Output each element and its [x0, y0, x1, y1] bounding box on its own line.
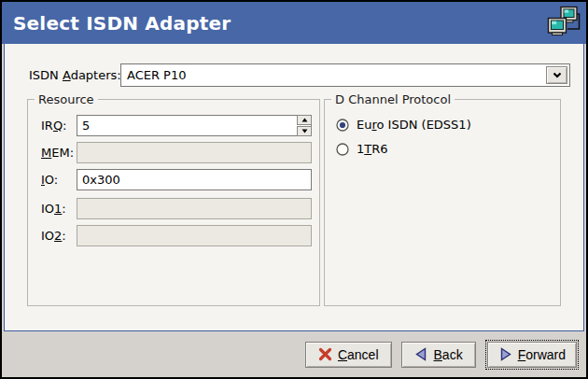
irq-label: IRQ:	[41, 115, 67, 136]
cancel-button[interactable]: Cancel	[305, 342, 392, 368]
irq-input[interactable]	[77, 115, 312, 136]
wizard-page: ISDN Adapters: ACER P10 Resource IRQ: ME…	[4, 44, 584, 331]
dialog-button-bar: Cancel Back Forward	[2, 331, 586, 377]
cancel-button-label: Cancel	[338, 347, 379, 362]
combobox-dropdown-button[interactable]	[546, 66, 567, 84]
spinner-up-button[interactable]	[297, 115, 312, 125]
d-channel-group-title: D Channel Protocol	[331, 91, 455, 107]
back-arrow-icon	[414, 347, 428, 361]
radio-selected-icon	[336, 119, 349, 132]
network-computers-icon	[546, 6, 581, 40]
radio-euro-isdn-label: Euro ISDN (EDSS1)	[357, 118, 471, 132]
io1-label: IO1:	[41, 198, 66, 219]
chevron-down-icon	[553, 72, 562, 78]
forward-button[interactable]: Forward	[485, 340, 579, 370]
spinner-up-icon	[301, 118, 308, 122]
dialog-title: Select ISDN Adapter	[13, 12, 231, 35]
io2-input	[77, 225, 312, 246]
spinner-down-icon	[301, 129, 308, 133]
mem-input	[77, 142, 312, 163]
irq-spinner	[297, 115, 312, 136]
d-channel-protocol-group: D Channel Protocol Euro ISDN (EDSS1) 1TR…	[324, 99, 561, 306]
radio-euro-isdn[interactable]: Euro ISDN (EDSS1)	[336, 117, 471, 133]
io-input[interactable]	[77, 169, 312, 190]
isdn-adapters-label: ISDN Adapters:	[29, 63, 121, 87]
io1-input	[77, 198, 312, 219]
spinner-down-button[interactable]	[297, 126, 312, 136]
cancel-x-icon	[318, 347, 332, 361]
io-label: IO:	[41, 169, 58, 190]
forward-arrow-icon	[498, 347, 512, 361]
isdn-adapter-selected-value: ACER P10	[127, 64, 187, 86]
back-button-label: Back	[434, 347, 463, 362]
radio-1tr6-label: 1TR6	[357, 142, 388, 156]
mem-label: MEM:	[41, 142, 74, 163]
resource-group-title: Resource	[35, 91, 98, 107]
radio-unselected-icon	[336, 143, 349, 156]
forward-button-label: Forward	[518, 347, 566, 362]
radio-1tr6[interactable]: 1TR6	[336, 141, 388, 157]
io2-label: IO2:	[41, 225, 66, 246]
resource-group: Resource IRQ: MEM: IO: IO1: IO2:	[27, 99, 320, 306]
dialog-header: Select ISDN Adapter	[2, 2, 586, 44]
isdn-adapter-combobox[interactable]: ACER P10	[120, 63, 570, 87]
back-button[interactable]: Back	[401, 342, 476, 368]
dialog-select-isdn-adapter: Select ISDN Adapter ISDN Adapters: ACER …	[0, 0, 588, 379]
